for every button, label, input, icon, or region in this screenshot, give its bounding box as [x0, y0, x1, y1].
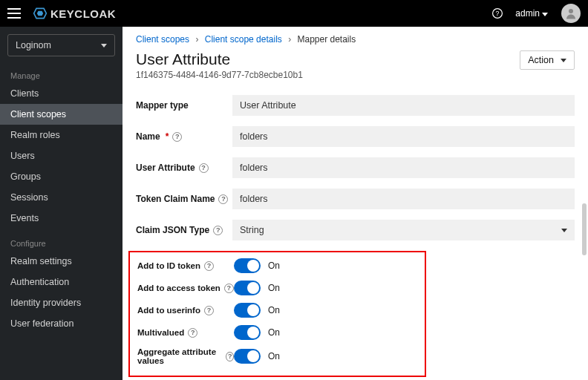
breadcrumb-current: Mapper details [297, 34, 356, 45]
chevron-down-icon [101, 44, 107, 48]
label-add-access-token: Add to access token ? [137, 284, 234, 293]
toggle-state: On [268, 261, 280, 271]
sidebar-item-realm-settings[interactable]: Realm settings [0, 251, 122, 272]
sidebar-heading-configure: Configure [0, 229, 122, 251]
sidebar-heading-manage: Manage [0, 61, 122, 83]
keycloak-icon [33, 6, 48, 21]
top-bar: KEYCLOAK ? admin [0, 0, 588, 27]
help-icon[interactable]: ? [188, 328, 197, 338]
sidebar-item-users[interactable]: Users [0, 145, 122, 166]
select-claim-json[interactable]: String [232, 220, 575, 240]
main-content: Client scopes › Client scope details › M… [122, 27, 588, 380]
sidebar: Loginom Manage Clients Client scopes Rea… [0, 27, 122, 380]
input-token-claim[interactable] [232, 189, 575, 209]
help-icon[interactable]: ? [199, 163, 209, 173]
label-mapper-type: Mapper type [136, 100, 232, 111]
user-menu[interactable]: admin [515, 8, 548, 19]
user-name: admin [515, 8, 540, 19]
label-token-claim: Token Claim Name ? [136, 194, 232, 204]
scrollbar-thumb[interactable] [582, 203, 587, 255]
sidebar-item-user-federation[interactable]: User federation [0, 313, 122, 334]
sidebar-item-clients[interactable]: Clients [0, 83, 122, 104]
label-user-attribute: User Attribute ? [136, 163, 232, 173]
help-icon[interactable]: ? [204, 261, 214, 271]
toggle-state: On [268, 283, 280, 293]
action-dropdown[interactable]: Action [520, 50, 575, 70]
help-icon[interactable]: ? [172, 132, 182, 142]
input-user-attribute[interactable] [232, 157, 575, 178]
label-add-id-token: Add to ID token ? [137, 261, 234, 271]
breadcrumb-sep: › [288, 34, 291, 45]
hamburger-icon[interactable] [7, 4, 25, 22]
realm-selector[interactable]: Loginom [7, 34, 115, 56]
brand-text: KEYCLOAK [50, 7, 116, 20]
svg-marker-1 [37, 11, 43, 16]
label-aggregate: Aggregate attribute values ? [137, 347, 234, 365]
help-icon[interactable]: ? [213, 226, 223, 235]
brand-logo: KEYCLOAK [33, 6, 116, 21]
svg-point-4 [569, 9, 573, 13]
sidebar-item-groups[interactable]: Groups [0, 166, 122, 187]
label-multivalued: Multivalued ? [137, 328, 234, 338]
label-claim-json: Claim JSON Type ? [136, 225, 232, 235]
toggle-highlight-box: Add to ID token ? On Add to access token… [128, 251, 426, 377]
toggle-add-userinfo[interactable] [234, 303, 261, 318]
help-icon[interactable]: ? [224, 284, 234, 293]
help-icon[interactable]: ? [226, 352, 234, 361]
toggle-aggregate[interactable] [234, 349, 261, 364]
avatar[interactable] [561, 4, 581, 23]
select-value: String [240, 225, 264, 235]
page-subtitle: 1f146375-4484-4146-9d77-7cb8ecbe10b1 [136, 70, 303, 80]
input-name[interactable] [232, 126, 575, 147]
help-icon[interactable]: ? [218, 194, 228, 204]
sidebar-item-sessions[interactable]: Sessions [0, 187, 122, 208]
help-icon[interactable]: ? [204, 306, 214, 315]
breadcrumb: Client scopes › Client scope details › M… [122, 27, 588, 48]
field-mapper-type: User Attribute [232, 95, 575, 116]
label-add-userinfo: Add to userinfo ? [137, 306, 234, 315]
sidebar-item-authentication[interactable]: Authentication [0, 272, 122, 292]
chevron-down-icon [542, 13, 548, 16]
label-name: Name*? [136, 131, 232, 142]
sidebar-item-client-scopes[interactable]: Client scopes [0, 104, 122, 125]
action-label: Action [528, 55, 554, 65]
sidebar-item-events[interactable]: Events [0, 208, 122, 229]
realm-name: Loginom [16, 40, 51, 50]
toggle-add-id-token[interactable] [234, 258, 261, 273]
toggle-multivalued[interactable] [234, 325, 261, 340]
mapper-form: Mapper type User Attribute Name*? User A… [122, 80, 588, 380]
sidebar-item-realm-roles[interactable]: Realm roles [0, 125, 122, 145]
page-title: User Attribute [136, 50, 303, 68]
chevron-down-icon [561, 229, 567, 232]
breadcrumb-scope-details[interactable]: Client scope details [205, 34, 282, 45]
breadcrumb-sep: › [195, 34, 198, 45]
toggle-state: On [268, 351, 280, 361]
sidebar-item-identity-providers[interactable]: Identity providers [0, 292, 122, 313]
toggle-add-access-token[interactable] [234, 281, 261, 295]
svg-text:?: ? [496, 10, 500, 17]
help-icon[interactable]: ? [490, 6, 505, 21]
toggle-state: On [268, 305, 280, 315]
chevron-down-icon [561, 59, 566, 62]
toggle-state: On [268, 327, 280, 338]
breadcrumb-client-scopes[interactable]: Client scopes [136, 34, 189, 45]
